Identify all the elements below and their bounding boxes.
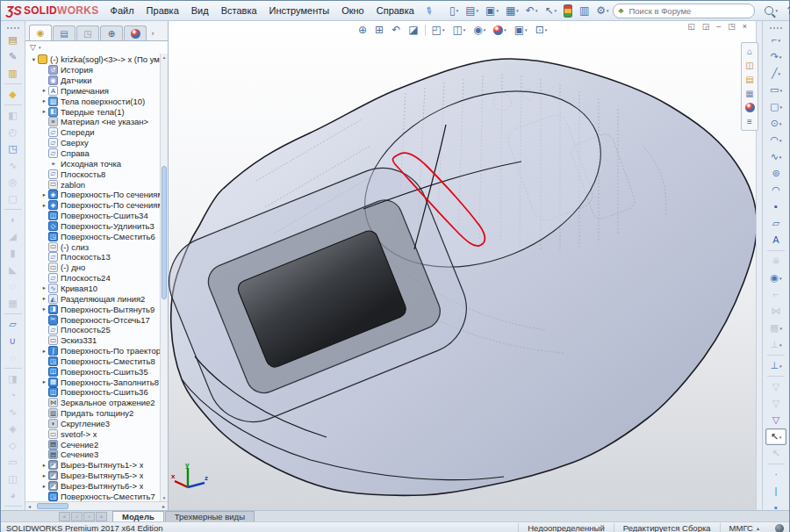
dropdown-caret-icon[interactable]: ▾ bbox=[477, 8, 479, 13]
search-input[interactable] bbox=[628, 5, 749, 17]
dropdown-caret-icon[interactable]: ▾ bbox=[779, 121, 782, 126]
dropdown-caret-icon[interactable]: ▾ bbox=[607, 8, 609, 13]
filter-funnel-icon[interactable]: ▽ bbox=[30, 43, 36, 52]
tree-item[interactable]: ◇Поверхность-Удлинить3 bbox=[25, 221, 168, 232]
hscrollbar-thumb[interactable] bbox=[37, 503, 68, 509]
solidworks-resources-icon[interactable]: ⌂ bbox=[743, 46, 756, 57]
tree-item[interactable]: ◳Поверхность-Сместить6 bbox=[25, 231, 168, 241]
dropdown-caret-icon[interactable]: ▾ bbox=[778, 38, 780, 43]
close-doc-icon[interactable]: × bbox=[740, 22, 750, 31]
dropdown-caret-icon[interactable]: ▾ bbox=[535, 8, 538, 13]
filter-faces-icon[interactable]: ▪ bbox=[765, 500, 786, 510]
menu-Вид[interactable]: Вид bbox=[185, 3, 215, 18]
tree-item[interactable]: ▸AПримечания bbox=[25, 86, 168, 97]
zoom-to-fit-icon[interactable]: ⊕ bbox=[355, 22, 370, 38]
undo-icon[interactable]: ↶▾ bbox=[523, 3, 541, 18]
reference-geometry-icon[interactable]: ▱ bbox=[3, 316, 24, 333]
web-help-icon[interactable] bbox=[775, 524, 784, 532]
smart-dimension-icon[interactable]: ⊥▾ bbox=[765, 357, 786, 374]
scroll-left-icon[interactable]: ◂ bbox=[25, 503, 33, 509]
tree-item[interactable]: ▸◪Вырез-Вытянуть5-> x bbox=[25, 471, 168, 481]
tree-item[interactable]: ◳Поверхность-Сместить7 bbox=[25, 491, 168, 501]
plane-sketch-icon[interactable]: ▱ bbox=[765, 215, 786, 232]
tree-item[interactable]: ▭(-) дно bbox=[25, 262, 168, 273]
tree-item[interactable]: ⌖Исходная точка bbox=[25, 158, 168, 169]
slot-icon[interactable]: ▢▾ bbox=[765, 98, 786, 115]
tab-nav-1[interactable]: ‹ bbox=[71, 512, 83, 521]
filter-caret-icon[interactable]: ▾ bbox=[39, 45, 41, 50]
menu-Вставка[interactable]: Вставка bbox=[215, 3, 263, 18]
scroll-down-icon[interactable]: ▾ bbox=[161, 494, 168, 501]
tree-expand-arrow[interactable]: ▸ bbox=[40, 202, 48, 209]
apply-scene-icon[interactable]: ▣▾ bbox=[511, 22, 531, 38]
appearances-scenes-icon[interactable] bbox=[743, 102, 756, 113]
tree-item[interactable]: ◳Поверхность-Сместить8 bbox=[25, 356, 168, 366]
trim-entities-icon[interactable]: ↷▾ bbox=[765, 48, 786, 65]
tree-item[interactable]: ▤Сечение3 bbox=[25, 449, 168, 460]
view-palette-icon[interactable]: ▦ bbox=[743, 88, 756, 99]
toolbar-drag-handle[interactable] bbox=[7, 27, 19, 29]
tree-item[interactable]: ▸◭Разделяющая линия2 bbox=[25, 293, 168, 304]
custom-properties-icon[interactable]: ≡ bbox=[743, 116, 756, 127]
tree-item[interactable]: ▱Справа bbox=[25, 148, 168, 159]
open-document-icon[interactable]: ▤▾ bbox=[463, 3, 481, 18]
dropdown-caret-icon[interactable]: ▾ bbox=[516, 8, 519, 13]
help-button[interactable]: ?▾ bbox=[783, 5, 790, 17]
dropdown-caret-icon[interactable]: ▾ bbox=[442, 27, 445, 32]
tree-expand-arrow[interactable]: ▸ bbox=[40, 284, 48, 291]
tree-item[interactable]: ▸▦Поверхность-Заполнить8 bbox=[25, 377, 168, 387]
tree-item[interactable]: ▭svetof-> x bbox=[25, 428, 168, 439]
tab-Модель[interactable]: Модель bbox=[112, 511, 164, 521]
dropdown-caret-icon[interactable]: ▾ bbox=[525, 27, 528, 32]
dropdown-caret-icon[interactable]: ▾ bbox=[484, 27, 486, 32]
tree-item[interactable]: ◉Датчики bbox=[25, 75, 168, 86]
previous-view-icon[interactable]: ↶ bbox=[388, 22, 404, 38]
scrollbar-thumb[interactable] bbox=[162, 166, 167, 299]
tree-item[interactable]: ▸◧Твердые тела(1) bbox=[25, 106, 168, 117]
dropdown-caret-icon[interactable]: ▾ bbox=[779, 54, 782, 60]
open-document-icon[interactable]: ▤ bbox=[3, 32, 24, 48]
tree-item[interactable]: ▥Придать толщину2 bbox=[25, 408, 168, 419]
tree-expand-arrow[interactable]: ▸ bbox=[40, 462, 48, 469]
dropdown-caret-icon[interactable]: ▾ bbox=[779, 155, 782, 160]
tree-expand-arrow[interactable]: ▸ bbox=[40, 97, 48, 104]
line-icon[interactable]: ╱▾ bbox=[765, 65, 786, 82]
new-document-icon[interactable]: ▯▾ bbox=[447, 3, 461, 18]
dropdown-caret-icon[interactable]: ▾ bbox=[504, 27, 506, 32]
text-icon[interactable]: A bbox=[765, 232, 786, 248]
tree-item[interactable]: ▱Плоскость8 bbox=[25, 169, 168, 179]
ellipse-icon[interactable]: ⊚ bbox=[765, 165, 786, 182]
tree-item[interactable]: ↺История bbox=[25, 65, 168, 75]
file-properties-icon[interactable]: ▥ bbox=[577, 3, 592, 18]
tree-item[interactable]: ◫Поверхность-Сшить35 bbox=[25, 366, 168, 377]
graphics-viewport[interactable]: ⊕⊞↶◪◰▾◫▾◉▾▾▣▾⊡▾ ◱◲–◳× ⌂◫▤▦≡ x y z bbox=[169, 21, 762, 510]
tree-item[interactable]: ▾(-) krizka(sogl)<3>-> x (По умолч bbox=[25, 54, 168, 65]
print-icon[interactable]: ▦▾ bbox=[503, 3, 521, 18]
corner-rectangle-icon[interactable]: ⌐▾ bbox=[765, 32, 786, 48]
save-icon[interactable]: ▣▾ bbox=[483, 3, 501, 18]
tree-item[interactable]: ▸◈Поверхность-По сечениям42 bbox=[25, 200, 168, 211]
filter-active-icon[interactable]: ▽ bbox=[765, 412, 786, 428]
dropdown-caret-icon[interactable]: ▾ bbox=[779, 363, 782, 369]
rectangle-icon[interactable]: ▭▾ bbox=[765, 82, 786, 98]
convert-entities-icon[interactable]: ◉▾ bbox=[765, 270, 786, 286]
spline-icon[interactable]: ∿▾ bbox=[765, 148, 786, 165]
tree-expand-arrow[interactable]: ▸ bbox=[40, 306, 48, 313]
tree-expand-arrow[interactable]: ▸ bbox=[40, 483, 48, 490]
tree-item[interactable]: ▸◪Вырез-Вытянуть6-> x bbox=[25, 481, 168, 492]
tree-item[interactable]: ▱Сверху bbox=[25, 138, 168, 148]
restore-doc-icon[interactable]: ◳ bbox=[725, 22, 738, 31]
dropdown-caret-icon[interactable]: ▾ bbox=[779, 71, 781, 76]
tree-item[interactable]: ▭Эскиз331 bbox=[25, 335, 168, 346]
filter-vertices-icon[interactable]: · bbox=[765, 466, 786, 483]
select-arrow-icon[interactable]: ↖▾ bbox=[765, 428, 786, 445]
tree-horizontal-scrollbar[interactable]: ◂ ▸ bbox=[25, 501, 168, 510]
file-explorer-icon[interactable]: ▤ bbox=[743, 74, 756, 85]
dropdown-caret-icon[interactable]: ▾ bbox=[779, 342, 782, 348]
zoom-to-area-icon[interactable]: ⊞ bbox=[371, 22, 387, 38]
edit-sketch-icon[interactable]: ✎ bbox=[3, 48, 24, 65]
propertymanager-tab[interactable]: ▤ bbox=[53, 25, 75, 40]
viewport-layout-2-icon[interactable]: ◲ bbox=[700, 22, 713, 31]
tab-Трехмерные виды[interactable]: Трехмерные виды bbox=[165, 511, 255, 521]
view-orientation-icon[interactable]: ◰▾ bbox=[428, 22, 449, 38]
